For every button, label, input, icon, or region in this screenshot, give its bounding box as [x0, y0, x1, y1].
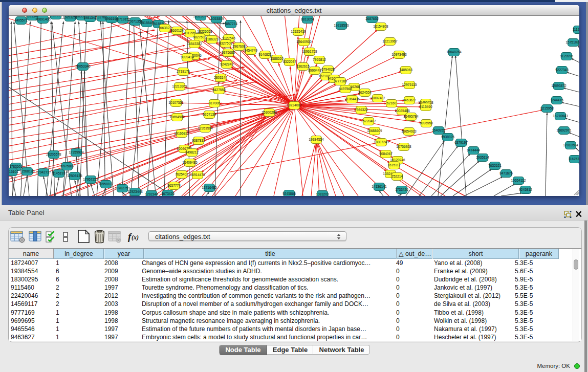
svg-text:20206578: 20206578: [46, 152, 61, 156]
svg-text:15720407: 15720407: [361, 119, 376, 123]
svg-text:11568129: 11568129: [20, 169, 35, 173]
svg-text:18807249: 18807249: [374, 140, 389, 144]
svg-text:18724007: 18724007: [287, 103, 302, 107]
svg-text:7625402: 7625402: [175, 172, 188, 176]
svg-text:5938925: 5938925: [441, 135, 454, 139]
svg-text:8454749: 8454749: [244, 49, 257, 52]
svg-text:7485063: 7485063: [399, 68, 412, 72]
svg-text:16648764: 16648764: [446, 50, 462, 54]
svg-text:6379197: 6379197: [454, 141, 468, 144]
svg-text:1673426: 1673426: [161, 192, 175, 195]
svg-text:19654982: 19654982: [169, 115, 185, 119]
svg-text:15692971: 15692971: [556, 128, 572, 132]
svg-text:8660124: 8660124: [170, 29, 184, 32]
svg-text:16961758: 16961758: [302, 50, 317, 53]
svg-text:9245812: 9245812: [519, 188, 532, 191]
svg-text:21364436: 21364436: [344, 97, 360, 101]
svg-text:9327508: 9327508: [219, 41, 232, 45]
svg-text:1292344: 1292344: [145, 192, 158, 196]
svg-text:1615112: 1615112: [387, 163, 401, 167]
svg-text:6497568: 6497568: [339, 87, 352, 91]
svg-text:7955812: 7955812: [313, 58, 326, 61]
svg-text:9474444: 9474444: [467, 148, 480, 152]
svg-text:25300293: 25300293: [262, 111, 277, 114]
svg-text:10654112: 10654112: [511, 179, 526, 182]
svg-text:16053809: 16053809: [209, 17, 224, 20]
svg-text:9227343: 9227343: [555, 68, 569, 72]
svg-text:15751074: 15751074: [565, 40, 579, 44]
svg-text:10958107: 10958107: [98, 182, 114, 186]
svg-text:12505135: 12505135: [67, 174, 82, 178]
svg-text:19218506: 19218506: [334, 24, 349, 27]
svg-text:18313074: 18313074: [193, 16, 208, 18]
svg-text:8427552: 8427552: [212, 88, 226, 92]
svg-text:19384554: 19384554: [309, 138, 324, 141]
svg-text:8322037: 8322037: [283, 60, 296, 63]
svg-text:7632621: 7632621: [488, 164, 502, 167]
svg-text:7663822: 7663822: [158, 26, 171, 30]
svg-text:20691406: 20691406: [35, 17, 51, 21]
svg-text:8896950: 8896950: [420, 121, 433, 125]
svg-text:16543382: 16543382: [187, 42, 202, 46]
svg-text:(x): (x): [132, 234, 139, 241]
svg-text:8215958: 8215958: [540, 106, 554, 110]
svg-text:15495784: 15495784: [403, 115, 419, 118]
svg-text:13640910: 13640910: [296, 40, 312, 43]
svg-text:1987104: 1987104: [49, 16, 62, 17]
svg-text:12942737: 12942737: [36, 170, 51, 174]
svg-text:1588520: 1588520: [270, 57, 284, 60]
svg-text:12093872: 12093872: [551, 84, 567, 87]
svg-text:19654923: 19654923: [401, 129, 417, 133]
svg-text:817006: 817006: [209, 101, 220, 105]
svg-text:2935114: 2935114: [476, 156, 489, 159]
svg-text:9899414: 9899414: [181, 55, 194, 59]
svg-text:17957253: 17957253: [83, 178, 98, 181]
svg-text:17010504: 17010504: [563, 143, 578, 147]
svg-text:9827502: 9827502: [193, 35, 206, 39]
svg-text:1981342: 1981342: [83, 16, 97, 19]
svg-text:12213967: 12213967: [382, 39, 398, 43]
svg-text:2718176: 2718176: [177, 70, 190, 73]
svg-text:9657774: 9657774: [167, 184, 181, 187]
svg-text:3624554: 3624554: [358, 91, 372, 94]
svg-text:62160: 62160: [387, 101, 397, 105]
svg-text:16154808: 16154808: [373, 25, 388, 28]
svg-text:10782759: 10782759: [115, 186, 130, 190]
svg-text:15409485: 15409485: [182, 161, 198, 164]
svg-text:20053346: 20053346: [75, 64, 91, 68]
svg-text:2803144: 2803144: [214, 76, 227, 79]
svg-text:9146821: 9146821: [258, 53, 272, 56]
svg-text:1083203: 1083203: [316, 192, 329, 196]
svg-text:252214: 252214: [391, 174, 403, 178]
svg-text:5267130: 5267130: [203, 113, 216, 116]
svg-text:1167534: 1167534: [568, 157, 579, 161]
svg-text:10688609: 10688609: [367, 129, 382, 133]
svg-text:9115460: 9115460: [419, 105, 432, 108]
svg-text:8813054: 8813054: [301, 17, 314, 21]
svg-text:9375685: 9375685: [222, 51, 235, 54]
svg-text:9463627: 9463627: [403, 98, 416, 102]
svg-text:90975887: 90975887: [59, 164, 75, 168]
svg-text:9245866: 9245866: [282, 192, 296, 195]
svg-text:1145193: 1145193: [52, 171, 66, 175]
svg-text:1112134: 1112134: [573, 28, 579, 31]
svg-text:7857274: 7857274: [224, 22, 237, 26]
svg-text:9084067: 9084067: [379, 152, 393, 156]
svg-text:12923448: 12923448: [127, 190, 143, 193]
svg-text:16210643: 16210643: [553, 114, 568, 118]
svg-text:12325419: 12325419: [291, 30, 306, 33]
svg-text:13716485: 13716485: [202, 186, 217, 189]
svg-text:9242848: 9242848: [220, 62, 233, 66]
svg-text:2967608: 2967608: [232, 45, 246, 48]
svg-text:1640955: 1640955: [432, 128, 445, 132]
svg-text:1244415: 1244415: [550, 98, 563, 102]
svg-text:10107551: 10107551: [168, 101, 184, 104]
svg-text:12975115: 12975115: [402, 83, 417, 86]
svg-text:12353594: 12353594: [198, 126, 213, 130]
svg-text:2687652: 2687652: [365, 17, 379, 20]
svg-text:3915101: 3915101: [9, 170, 18, 173]
svg-text:19166827: 19166827: [174, 132, 189, 135]
svg-text:1405571: 1405571: [14, 18, 28, 22]
svg-text:1362615: 1362615: [296, 64, 310, 68]
svg-text:8471676: 8471676: [499, 171, 513, 175]
